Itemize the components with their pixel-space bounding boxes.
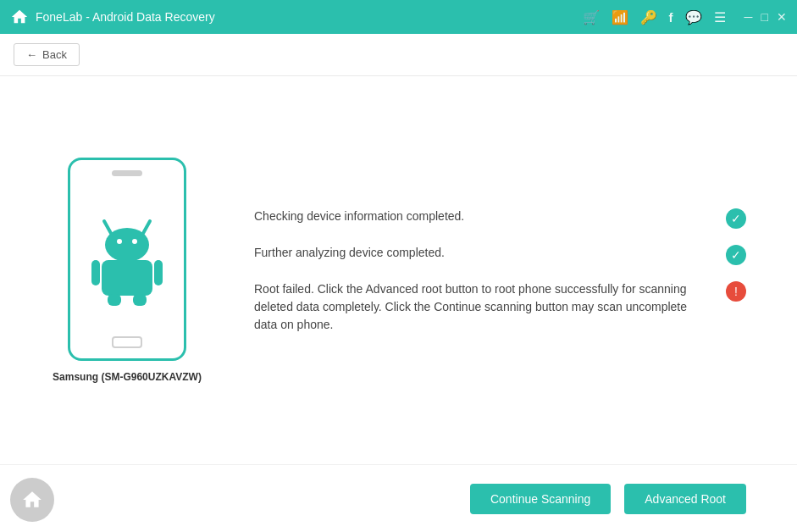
svg-point-3: [117, 239, 122, 244]
svg-rect-5: [102, 260, 152, 296]
titlebar: FoneLab - Android Data Recovery 🛒 📶 🔑 f …: [0, 0, 797, 34]
back-label: Back: [42, 48, 67, 61]
svg-rect-7: [154, 260, 163, 285]
footer: Continue Scanning Advanced Root: [0, 464, 797, 532]
status-panel: Checking device information completed. ✓…: [254, 208, 746, 334]
status-message-2: Further analyzing device completed.: [254, 244, 709, 262]
app-title: FoneLab - Android Data Recovery: [36, 10, 215, 24]
svg-rect-6: [91, 260, 100, 285]
phone-speaker: [112, 170, 142, 176]
svg-point-2: [105, 228, 149, 262]
menu-icon[interactable]: ☰: [714, 9, 726, 25]
status-row-3: Root failed. Click the Advanced root but…: [254, 280, 746, 334]
android-robot-icon: [89, 213, 165, 306]
close-icon[interactable]: ✕: [777, 10, 787, 24]
back-button[interactable]: ← Back: [14, 43, 80, 66]
success-icon-2: ✓: [726, 245, 746, 265]
home-circle-button[interactable]: [10, 478, 54, 522]
device-name-label: Samsung (SM-G960UZKAVZW): [53, 371, 202, 383]
titlebar-left: FoneLab - Android Data Recovery: [10, 8, 215, 26]
status-message-1: Checking device information completed.: [254, 208, 709, 225]
phone-home-button: [112, 336, 142, 348]
titlebar-right: 🛒 📶 🔑 f 💬 ☰ ─ □ ✕: [583, 9, 787, 25]
key-icon[interactable]: 🔑: [640, 9, 657, 25]
continue-scanning-button[interactable]: Continue Scanning: [470, 484, 611, 514]
main-content: Samsung (SM-G960UZKAVZW) Checking device…: [0, 76, 797, 464]
home-circle-icon: [21, 489, 43, 511]
svg-point-4: [132, 239, 137, 244]
status-row-1: Checking device information completed. ✓: [254, 208, 746, 229]
maximize-icon[interactable]: □: [761, 10, 768, 24]
error-icon-1: !: [726, 281, 746, 302]
phone-container: Samsung (SM-G960UZKAVZW): [51, 158, 203, 383]
success-icon-1: ✓: [726, 208, 746, 229]
minimize-icon[interactable]: ─: [744, 10, 753, 24]
wifi-icon[interactable]: 📶: [612, 9, 628, 25]
topbar: ← Back: [0, 34, 797, 76]
status-row-2: Further analyzing device completed. ✓: [254, 244, 746, 265]
window-controls: ─ □ ✕: [744, 10, 787, 24]
app-home-icon: [10, 8, 29, 26]
facebook-icon[interactable]: f: [669, 10, 673, 25]
cart-icon[interactable]: 🛒: [583, 9, 600, 25]
svg-rect-9: [133, 294, 147, 306]
content-area: ← Back: [0, 34, 797, 532]
chat-icon[interactable]: 💬: [685, 9, 702, 25]
back-arrow-icon: ←: [26, 48, 37, 61]
svg-rect-8: [108, 294, 121, 306]
status-message-3: Root failed. Click the Advanced root but…: [254, 280, 709, 334]
advanced-root-button[interactable]: Advanced Root: [624, 484, 746, 514]
phone-frame: [68, 158, 186, 361]
